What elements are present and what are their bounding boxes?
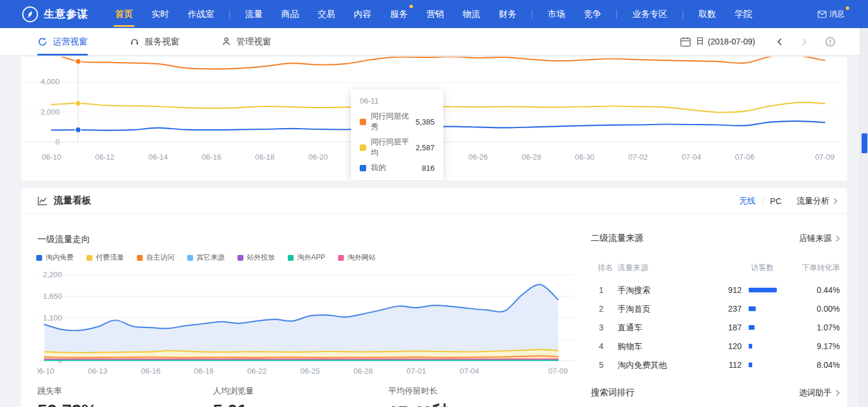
nav-items: 首页 实时 作战室 流量 商品 交易 内容 服务 营销 物流 财务 市场 竞争 … xyxy=(106,0,868,28)
visitors-bar xyxy=(749,306,756,311)
calendar-icon[interactable] xyxy=(680,37,691,47)
nav-item-content[interactable]: 内容 xyxy=(345,0,381,28)
scrollbar-thumb[interactable] xyxy=(862,133,867,153)
messages-button[interactable]: 消息 xyxy=(818,9,845,19)
secondary-traffic-title: 二级流量来源 xyxy=(591,233,643,244)
svg-text:06-26: 06-26 xyxy=(469,153,488,161)
envelope-icon xyxy=(818,11,826,18)
nav-item-warroom[interactable]: 作战室 xyxy=(178,0,223,28)
nav-item-business-zone[interactable]: 业务专区 xyxy=(623,0,677,28)
primary-traffic-title: 一级流量走向 xyxy=(37,234,90,245)
table-row[interactable]: 4购物车 120 9.17% xyxy=(591,336,840,355)
legend-item[interactable]: 淘外网站 xyxy=(338,253,376,263)
table-header: 排名 流量来源 访客数 下单转化率 xyxy=(591,263,840,272)
table-row[interactable]: 2手淘首页 237 0.00% xyxy=(591,299,840,318)
svg-text:07-01: 07-01 xyxy=(407,367,426,375)
nav-divider xyxy=(683,10,683,19)
svg-text:06-22: 06-22 xyxy=(247,367,267,375)
nav-item-traffic[interactable]: 流量 xyxy=(236,0,272,28)
date-bar: 日 (2018-07-09) xyxy=(680,36,835,47)
series-swatch xyxy=(360,165,366,171)
svg-text:07-04: 07-04 xyxy=(460,367,479,375)
legend-item[interactable]: 淘内免费 xyxy=(36,253,74,263)
nav-item-competition[interactable]: 竞争 xyxy=(574,0,611,28)
notification-dot xyxy=(846,6,849,10)
nav-item-logistics[interactable]: 物流 xyxy=(453,0,490,28)
stat-bounce-rate: 跳失率 59.72% xyxy=(37,386,213,407)
legend-item[interactable]: 付费流量 xyxy=(87,253,124,263)
traffic-analysis-link[interactable]: 流量分析 xyxy=(797,196,838,206)
date-value[interactable]: (2018-07-09) xyxy=(708,37,755,46)
chevron-right-icon xyxy=(835,389,840,396)
table-row[interactable]: 1手淘搜索 912 0.44% xyxy=(591,280,840,299)
svg-text:06-10: 06-10 xyxy=(37,367,54,375)
legend-item[interactable]: 其它来源 xyxy=(187,253,225,263)
stat-avg-stay-time: 平均停留时长 17.49秒 xyxy=(388,386,564,407)
word-assistant-link[interactable]: 选词助手 xyxy=(799,388,840,398)
nav-item-market[interactable]: 市场 xyxy=(538,0,574,28)
visitors-bar xyxy=(749,288,777,292)
svg-text:06-10: 06-10 xyxy=(42,153,61,161)
device-tab-pc[interactable]: PC xyxy=(770,196,781,206)
nav-item-realtime[interactable]: 实时 xyxy=(142,0,178,28)
legend-item[interactable]: 淘外APP xyxy=(288,253,325,263)
svg-text:06-18: 06-18 xyxy=(255,153,274,161)
view-tabbar: 运营视窗 服务视窗 管理视窗 日 (2018-07-09) xyxy=(0,28,868,56)
scrollbar-track[interactable] xyxy=(860,28,868,407)
nav-item-home[interactable]: 首页 xyxy=(106,0,142,28)
nav-item-finance[interactable]: 财务 xyxy=(490,0,526,28)
divider xyxy=(763,197,763,205)
visitors-bar xyxy=(749,325,755,330)
nav-item-academy[interactable]: 学院 xyxy=(725,0,762,28)
area-chart-legend: 淘内免费 付费流量 自主访问 其它来源 站外投放 淘外APP 淘外网站 xyxy=(36,253,388,263)
prev-date-button[interactable] xyxy=(776,37,783,46)
svg-text:06-20: 06-20 xyxy=(308,153,328,161)
series-swatch xyxy=(360,119,366,125)
traffic-stats: 跳失率 59.72% 人均浏览量 5.01 平均停留时长 17.49秒 xyxy=(37,386,564,407)
svg-text:06-16: 06-16 xyxy=(202,153,221,161)
svg-text:06-28: 06-28 xyxy=(353,367,373,375)
svg-text:06-13: 06-13 xyxy=(88,367,107,375)
shop-source-link[interactable]: 店铺来源 xyxy=(799,233,840,244)
svg-text:4,000: 4,000 xyxy=(40,77,60,86)
next-date-button[interactable] xyxy=(801,37,808,46)
visitors-bar xyxy=(749,363,752,367)
tab-service-view[interactable]: 服务视窗 xyxy=(130,28,180,56)
top-nav: 生意参谋 首页 实时 作战室 流量 商品 交易 内容 服务 营销 物流 财务 市… xyxy=(0,0,868,28)
visitors-bar xyxy=(749,344,752,349)
nav-item-goods[interactable]: 商品 xyxy=(272,0,308,28)
svg-text:06-19: 06-19 xyxy=(194,367,213,375)
svg-text:1,650: 1,650 xyxy=(43,292,62,301)
visitor-benchmark-chart-card: 02,0004,00006-1006-1206-1406-1606-1806-2… xyxy=(21,57,847,181)
sycm-dashboard: 生意参谋 首页 实时 作战室 流量 商品 交易 内容 服务 营销 物流 财务 市… xyxy=(0,0,868,407)
nav-item-marketing[interactable]: 营销 xyxy=(417,0,453,28)
chart-tooltip: 06-11 同行同层优秀 5,385 同行同层平均 2,587 我的 816 xyxy=(351,89,443,180)
tab-management-view[interactable]: 管理视窗 xyxy=(222,28,271,56)
device-tab-wireless[interactable]: 无线 xyxy=(739,196,756,206)
nav-divider xyxy=(616,10,617,19)
legend-item[interactable]: 自主访问 xyxy=(137,253,174,263)
table-row[interactable]: 3直通车 187 1.07% xyxy=(591,318,840,336)
svg-text:06-25: 06-25 xyxy=(301,367,320,375)
nav-item-data-fetch[interactable]: 取数 xyxy=(689,0,725,28)
nav-divider xyxy=(532,10,532,19)
brand-name: 生意参谋 xyxy=(44,7,88,21)
primary-traffic-area-chart[interactable]: 05501,1001,6502,20006-1006-1306-1606-190… xyxy=(37,264,576,381)
svg-text:06-12: 06-12 xyxy=(95,153,115,161)
nav-item-service[interactable]: 服务 xyxy=(381,0,417,28)
legend-item[interactable]: 站外投放 xyxy=(237,253,275,263)
info-icon[interactable] xyxy=(825,37,835,47)
svg-text:2,200: 2,200 xyxy=(43,270,62,279)
svg-text:07-06: 07-06 xyxy=(735,153,755,161)
date-granularity[interactable]: 日 xyxy=(696,36,704,47)
nav-item-trade[interactable]: 交易 xyxy=(308,0,345,28)
table-row[interactable]: 5淘内免费其他 112 8.04% xyxy=(591,355,840,374)
sync-icon xyxy=(37,37,47,47)
tooltip-row: 同行同层平均 2,587 xyxy=(360,137,435,158)
tooltip-row: 同行同层优秀 5,385 xyxy=(360,111,435,132)
svg-text:07-04: 07-04 xyxy=(681,153,701,161)
svg-text:1,100: 1,100 xyxy=(43,313,62,322)
brand[interactable]: 生意参谋 xyxy=(22,6,88,22)
tab-operations-view[interactable]: 运营视窗 xyxy=(37,28,88,56)
secondary-traffic-panel: 二级流量来源 店铺来源 排名 流量来源 访客数 下单转化率 1手淘搜索 912 xyxy=(591,233,840,374)
